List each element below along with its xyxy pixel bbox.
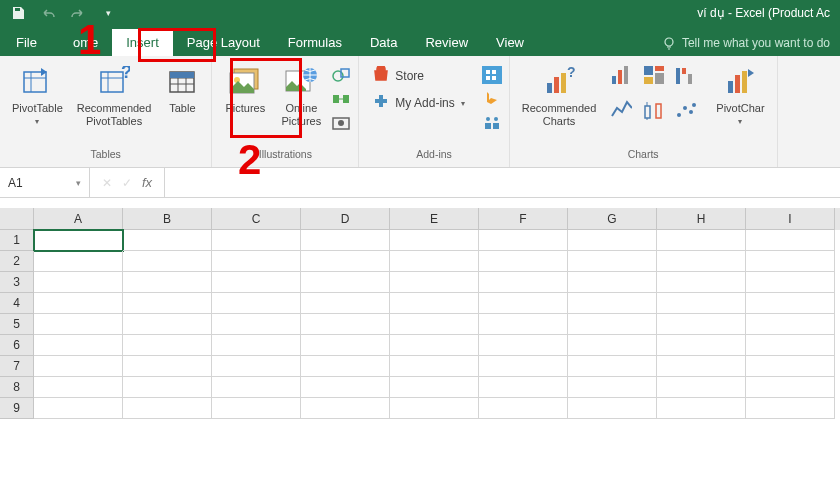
cell[interactable] xyxy=(301,335,390,356)
fx-icon[interactable]: fx xyxy=(142,175,152,190)
cell[interactable] xyxy=(301,356,390,377)
cancel-icon[interactable]: ✕ xyxy=(102,176,112,190)
cell[interactable] xyxy=(479,356,568,377)
tell-me-search[interactable]: Tell me what you want to do xyxy=(652,30,840,56)
save-icon[interactable] xyxy=(10,5,26,21)
cell[interactable] xyxy=(746,272,835,293)
hierarchy-chart-icon[interactable] xyxy=(642,64,664,86)
cell[interactable] xyxy=(479,293,568,314)
name-box[interactable]: A1 ▾ xyxy=(0,168,90,197)
cell[interactable] xyxy=(212,377,301,398)
cell[interactable] xyxy=(212,293,301,314)
cell[interactable] xyxy=(390,377,479,398)
column-header[interactable]: D xyxy=(301,208,390,230)
row-header[interactable]: 1 xyxy=(0,230,34,251)
cell[interactable] xyxy=(390,293,479,314)
tab-view[interactable]: View xyxy=(482,29,538,56)
tab-formulas[interactable]: Formulas xyxy=(274,29,356,56)
enter-icon[interactable]: ✓ xyxy=(122,176,132,190)
cell[interactable] xyxy=(390,230,479,251)
cell[interactable] xyxy=(34,335,123,356)
select-all-corner[interactable] xyxy=(0,208,34,230)
cell[interactable] xyxy=(34,272,123,293)
cell[interactable] xyxy=(123,251,212,272)
cell[interactable] xyxy=(34,251,123,272)
cell[interactable] xyxy=(123,314,212,335)
column-header[interactable]: H xyxy=(657,208,746,230)
cell[interactable] xyxy=(123,293,212,314)
cell[interactable] xyxy=(212,314,301,335)
shapes-icon[interactable] xyxy=(330,64,352,86)
cell[interactable] xyxy=(34,293,123,314)
cell[interactable] xyxy=(657,335,746,356)
cell[interactable] xyxy=(123,272,212,293)
cell[interactable] xyxy=(123,356,212,377)
cell[interactable] xyxy=(301,398,390,419)
line-chart-icon[interactable] xyxy=(610,100,632,122)
cell[interactable] xyxy=(657,398,746,419)
cell[interactable] xyxy=(746,230,835,251)
column-chart-icon[interactable] xyxy=(610,64,632,86)
cell[interactable] xyxy=(479,335,568,356)
smartart-icon[interactable] xyxy=(330,88,352,110)
cell[interactable] xyxy=(479,314,568,335)
tab-file[interactable]: File xyxy=(0,29,53,56)
spreadsheet-grid[interactable]: A B C D E F G H I 123456789 xyxy=(0,208,840,419)
cell[interactable] xyxy=(568,251,657,272)
cell[interactable] xyxy=(657,230,746,251)
my-addins-button[interactable]: My Add-ins ▾ xyxy=(373,93,464,112)
people-graph-icon[interactable] xyxy=(481,112,503,134)
cell[interactable] xyxy=(746,398,835,419)
cell[interactable] xyxy=(479,230,568,251)
waterfall-chart-icon[interactable] xyxy=(674,64,696,86)
cell[interactable] xyxy=(212,272,301,293)
recommended-charts-button[interactable]: ? Recommended Charts xyxy=(516,60,603,132)
cell[interactable] xyxy=(746,377,835,398)
column-header[interactable]: C xyxy=(212,208,301,230)
cell[interactable] xyxy=(746,251,835,272)
table-button[interactable]: Table xyxy=(159,60,205,119)
row-header[interactable]: 4 xyxy=(0,293,34,314)
scatter-chart-icon[interactable] xyxy=(674,100,696,122)
cell[interactable] xyxy=(212,335,301,356)
cell[interactable] xyxy=(390,251,479,272)
formula-input[interactable] xyxy=(165,168,840,197)
cell[interactable] xyxy=(212,230,301,251)
screenshot-icon[interactable] xyxy=(330,112,352,134)
pivotchart-button[interactable]: PivotChar ▾ xyxy=(710,60,770,131)
cell[interactable] xyxy=(212,251,301,272)
column-header[interactable]: A xyxy=(34,208,123,230)
cell[interactable] xyxy=(657,293,746,314)
cell[interactable] xyxy=(390,398,479,419)
cell[interactable] xyxy=(568,272,657,293)
cell[interactable] xyxy=(123,398,212,419)
cell[interactable] xyxy=(123,335,212,356)
undo-icon[interactable] xyxy=(40,5,56,21)
qat-customize-icon[interactable]: ▾ xyxy=(100,5,116,21)
cell[interactable] xyxy=(301,230,390,251)
cell[interactable] xyxy=(301,272,390,293)
cell[interactable] xyxy=(479,272,568,293)
cell[interactable] xyxy=(34,377,123,398)
cell[interactable] xyxy=(568,293,657,314)
row-header[interactable]: 5 xyxy=(0,314,34,335)
cell[interactable] xyxy=(746,335,835,356)
cell[interactable] xyxy=(301,293,390,314)
cell[interactable] xyxy=(479,377,568,398)
column-header[interactable]: E xyxy=(390,208,479,230)
cell[interactable] xyxy=(390,272,479,293)
column-header[interactable]: F xyxy=(479,208,568,230)
cell[interactable] xyxy=(568,230,657,251)
cell[interactable] xyxy=(657,356,746,377)
cell[interactable] xyxy=(746,356,835,377)
cell[interactable] xyxy=(657,314,746,335)
pivottable-button[interactable]: PivotTable ▾ xyxy=(6,60,69,131)
column-header[interactable]: B xyxy=(123,208,212,230)
row-header[interactable]: 8 xyxy=(0,377,34,398)
cell[interactable] xyxy=(568,314,657,335)
row-header[interactable]: 3 xyxy=(0,272,34,293)
tab-review[interactable]: Review xyxy=(411,29,482,56)
column-header[interactable]: G xyxy=(568,208,657,230)
cell[interactable] xyxy=(657,272,746,293)
cell[interactable] xyxy=(568,398,657,419)
